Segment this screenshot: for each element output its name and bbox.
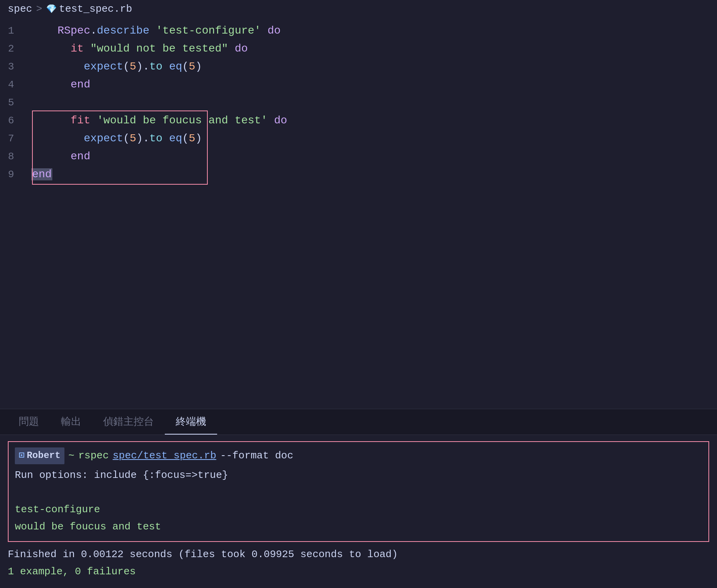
token: end <box>31 150 90 162</box>
breadcrumb-file: test_spec.rb <box>59 3 132 15</box>
line-number-4: 4 <box>0 76 23 94</box>
token: expect <box>31 132 123 144</box>
output-line4: would be foucus and test <box>15 521 161 533</box>
code-line-4: 4 end <box>0 76 717 94</box>
token: RSpec <box>31 25 90 37</box>
token <box>268 114 274 127</box>
token: 5 <box>189 61 195 73</box>
terminal-output-line2 <box>15 484 702 501</box>
breadcrumb-ruby-icon: 💎 <box>46 4 57 14</box>
token: 5 <box>189 132 195 144</box>
token: ) <box>195 61 202 73</box>
token: to <box>149 61 162 73</box>
line-number-6: 6 <box>0 112 23 130</box>
token: . <box>90 25 97 37</box>
token: describe <box>97 25 149 37</box>
token <box>162 132 169 144</box>
token: ( <box>123 132 130 144</box>
code-line-9: 9end <box>0 166 717 184</box>
code-line-6: 6 fit 'would be foucus and test' do <box>0 112 717 130</box>
output-line1: Run options: include {:focus=>true} <box>15 469 228 481</box>
token: eq <box>169 132 182 144</box>
summary-line: 1 example, 0 failures <box>8 566 136 577</box>
terminal-prompt-line: ⊡ Robert ~ rspec spec/test_spec.rb --for… <box>15 447 702 464</box>
terminal-output-line4: would be foucus and test <box>15 518 702 535</box>
prompt-badge-icon: ⊡ <box>19 448 24 463</box>
panel-tab-問題[interactable]: 問題 <box>8 409 50 435</box>
panel-tab-偵錯主控台[interactable]: 偵錯主控台 <box>92 409 165 435</box>
token: 5 <box>130 61 136 73</box>
token <box>162 61 169 73</box>
bottom-panel: 問題輸出偵錯主控台終端機 ⊡ Robert ~ rspec spec/test_… <box>0 409 717 588</box>
editor-area: 1 RSpec.describe 'test-configure' do2 it… <box>0 18 717 409</box>
token <box>84 43 90 55</box>
prompt-badge: ⊡ Robert <box>15 447 64 464</box>
token: end <box>31 78 90 91</box>
token <box>90 114 97 127</box>
token: 'test-configure' <box>156 25 261 37</box>
line-content-8: end <box>23 148 717 166</box>
result-line: Finished in 0.00122 seconds (files took … <box>8 549 398 560</box>
terminal-summary: 1 example, 0 failures <box>8 563 709 580</box>
token: ). <box>136 132 150 144</box>
code-lines: 1 RSpec.describe 'test-configure' do2 it… <box>0 22 717 184</box>
terminal-result: Finished in 0.00122 seconds (files took … <box>8 546 709 563</box>
token: ). <box>136 61 150 73</box>
token: do <box>235 43 248 55</box>
terminal-bordered-block: ⊡ Robert ~ rspec spec/test_spec.rb --for… <box>8 441 709 542</box>
token: do <box>268 25 281 37</box>
code-line-3: 3 expect(5).to eq(5) <box>0 58 717 76</box>
line-content-7: expect(5).to eq(5) <box>23 130 717 148</box>
line-content-5 <box>23 94 717 112</box>
token: ( <box>182 61 189 73</box>
panel-tab-輸出[interactable]: 輸出 <box>50 409 92 435</box>
breadcrumb-separator: > <box>36 3 42 15</box>
line-content-2: it "would not be tested" do <box>23 40 717 58</box>
panel-tabs: 問題輸出偵錯主控台終端機 <box>0 409 717 435</box>
token: eq <box>169 61 182 73</box>
line-number-5: 5 <box>0 94 23 112</box>
prompt-arrow: ~ <box>68 448 75 464</box>
breadcrumb: spec > 💎 test_spec.rb <box>0 0 717 18</box>
line-content-6: fit 'would be foucus and test' do <box>23 112 717 130</box>
token-selected: end <box>31 168 52 180</box>
line-number-3: 3 <box>0 58 23 76</box>
line-number-8: 8 <box>0 148 23 166</box>
prompt-command-rspec: rspec <box>78 448 109 464</box>
code-line-5: 5 <box>0 94 717 112</box>
token <box>228 43 235 55</box>
token: fit <box>31 114 90 127</box>
code-line-7: 7 expect(5).to eq(5) <box>0 130 717 148</box>
token: ) <box>195 132 202 144</box>
prompt-command-file: spec/test_spec.rb <box>113 448 216 464</box>
line-number-7: 7 <box>0 130 23 148</box>
token: ( <box>123 61 130 73</box>
panel-tab-終端機[interactable]: 終端機 <box>165 409 217 435</box>
token: 'would be foucus and test' <box>97 114 268 127</box>
token: it <box>31 43 84 55</box>
line-number-9: 9 <box>0 166 23 184</box>
token: do <box>274 114 287 127</box>
output-line3: test-configure <box>15 504 100 515</box>
token: "would not be tested" <box>90 43 228 55</box>
prompt-command-flags: --format doc <box>220 448 293 464</box>
line-content-3: expect(5).to eq(5) <box>23 58 717 76</box>
token <box>149 25 156 37</box>
code-line-8: 8 end <box>0 148 717 166</box>
terminal-output-line1: Run options: include {:focus=>true} <box>15 467 702 484</box>
line-content-4: end <box>23 76 717 94</box>
line-number-1: 1 <box>0 22 23 40</box>
line-content-1: RSpec.describe 'test-configure' do <box>23 22 717 40</box>
terminal-output-line3: test-configure <box>15 501 702 518</box>
token: expect <box>31 61 123 73</box>
line-number-2: 2 <box>0 40 23 58</box>
code-line-2: 2 it "would not be tested" do <box>0 40 717 58</box>
token: 5 <box>130 132 136 144</box>
token: to <box>149 132 162 144</box>
breadcrumb-spec: spec <box>8 3 32 15</box>
terminal-content: ⊡ Robert ~ rspec spec/test_spec.rb --for… <box>0 435 717 588</box>
prompt-user: Robert <box>27 448 60 463</box>
line-content-9: end <box>23 166 717 184</box>
token: ( <box>182 132 189 144</box>
token <box>261 25 268 37</box>
